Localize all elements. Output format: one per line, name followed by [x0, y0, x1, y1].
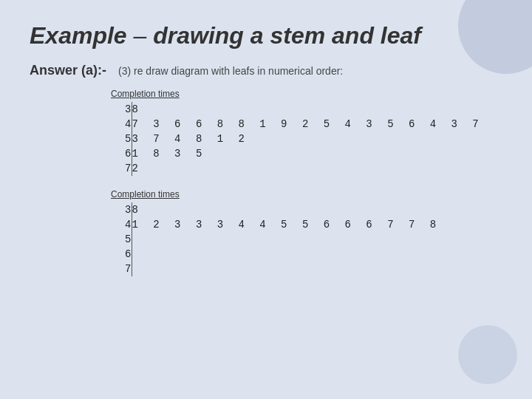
- table-row: 72: [111, 161, 483, 176]
- stem-cell: 5: [111, 132, 132, 146]
- table-row: 47 3 6 6 8 8 1 9 2 5 4 3 5 6 4 3 7: [111, 117, 483, 132]
- answer-label: Answer (a):-: [30, 63, 106, 78]
- table-row: 41 2 3 3 3 4 4 5 5 6 6 6 7 7 8: [111, 217, 440, 232]
- leaf-cell: 7 3 6 6 8 8 1 9 2 5 4 3 5 6 4 3 7: [132, 117, 483, 132]
- table-row: 7: [111, 262, 440, 276]
- stem-cell: 3: [111, 202, 132, 217]
- stem-cell: 5: [111, 232, 132, 247]
- stem-leaf-table-2: 3841 2 3 3 3 4 4 5 5 6 6 6 7 7 8567: [111, 202, 440, 276]
- table-row: 38: [111, 202, 440, 217]
- answer-line: Answer (a):- (3) re draw diagram with le…: [30, 63, 502, 78]
- leaf-cell: [132, 262, 440, 276]
- leaf-cell: 3 7 4 8 1 2: [132, 132, 483, 146]
- table2-title: Completion times: [30, 189, 502, 200]
- stem-cell: 7: [111, 161, 132, 176]
- leaf-cell: 1 2 3 3 3 4 4 5 5 6 6 6 7 7 8: [132, 217, 440, 232]
- table-row: 5: [111, 232, 440, 247]
- answer-instruction: (3) re draw diagram with leafs in numeri…: [118, 65, 343, 77]
- stem-cell: 3: [111, 102, 132, 117]
- table-row: 6: [111, 247, 440, 262]
- leaf-cell: 1 8 3 5: [132, 146, 483, 161]
- table-row: 53 7 4 8 1 2: [111, 132, 483, 146]
- stem-cell: 4: [111, 117, 132, 132]
- slide-title: Example – drawing a stem and leaf: [30, 22, 502, 50]
- leaf-cell: 8: [132, 102, 483, 117]
- section-table1: Completion times 3847 3 6 6 8 8 1 9 2 5 …: [30, 89, 502, 176]
- table-row: 38: [111, 102, 483, 117]
- title-sub: drawing a stem and leaf: [153, 22, 421, 49]
- section-table2: Completion times 3841 2 3 3 3 4 4 5 5 6 …: [30, 189, 502, 276]
- leaf-cell: [132, 232, 440, 247]
- title-dash: –: [134, 22, 154, 49]
- stem-cell: 4: [111, 217, 132, 232]
- stem-leaf-table-1: 3847 3 6 6 8 8 1 9 2 5 4 3 5 6 4 3 753 7…: [111, 102, 483, 176]
- leaf-cell: [132, 247, 440, 262]
- stem-cell: 7: [111, 262, 132, 276]
- table1-title: Completion times: [30, 89, 502, 99]
- table-row: 61 8 3 5: [111, 146, 483, 161]
- title-main: Example: [30, 22, 127, 49]
- decorative-circle-bottom: [458, 325, 517, 384]
- slide: Example – drawing a stem and leaf Answer…: [0, 0, 532, 399]
- stem-cell: 6: [111, 146, 132, 161]
- leaf-cell: 8: [132, 202, 440, 217]
- leaf-cell: 2: [132, 161, 483, 176]
- stem-cell: 6: [111, 247, 132, 262]
